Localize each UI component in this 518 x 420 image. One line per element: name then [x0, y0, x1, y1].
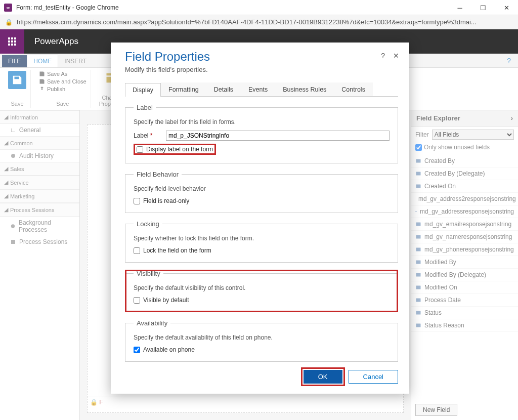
filter-label: Filter [415, 131, 429, 138]
footer-lock-icon: 🔒 F [87, 397, 404, 407]
tab-events[interactable]: Events [241, 82, 275, 96]
maximize-icon[interactable]: ☐ [471, 0, 495, 15]
tab-insert[interactable]: INSERT [58, 55, 93, 67]
svg-rect-4 [416, 172, 421, 176]
nav-item-audit-history[interactable]: Audit History [0, 150, 79, 162]
field-item[interactable]: md_gv_addressresponsejsonstring [411, 205, 518, 218]
field-properties-dialog: ? ✕ Field Properties Modify this field's… [111, 43, 409, 394]
svg-rect-10 [416, 248, 421, 251]
field-item[interactable]: md_gv_phoneresponsejsonstring [411, 243, 518, 256]
nav-item-process-sessions[interactable]: Process Sessions [0, 236, 79, 248]
nav-section-process[interactable]: ◢ Process Sessions [0, 203, 79, 217]
tab-details[interactable]: Details [206, 82, 241, 96]
nav-section-common[interactable]: ◢ Common [0, 136, 79, 150]
svg-rect-11 [416, 261, 421, 264]
save-close-button[interactable]: Save and Close [39, 78, 87, 85]
field-item[interactable]: Created By [411, 155, 518, 167]
close-icon[interactable]: ✕ [495, 0, 518, 15]
svg-rect-5 [416, 185, 421, 188]
availability-fieldset: Availability Specify the default availab… [125, 319, 398, 362]
field-item[interactable]: Modified By [411, 256, 518, 269]
dialog-title: Field Properties [125, 50, 398, 64]
svg-rect-13 [416, 286, 421, 289]
app-launcher-icon[interactable] [0, 29, 24, 54]
nav-item-general[interactable]: ∟ General [0, 124, 79, 136]
field-item[interactable]: Status Reason [411, 319, 518, 332]
lock-checkbox[interactable] [134, 247, 140, 254]
url-text[interactable]: https://melissa.crm.dynamics.com/main.as… [17, 18, 477, 26]
display-label-text: Display label on the form [146, 146, 213, 153]
nav-section-information[interactable]: ◢ Information [0, 110, 79, 124]
save-icon[interactable] [8, 71, 26, 89]
field-item[interactable]: Created On [411, 180, 518, 193]
nav-item-background-processes[interactable]: Background Processes [0, 217, 79, 236]
tab-display[interactable]: Display [125, 83, 161, 97]
svg-rect-16 [416, 324, 421, 327]
label-desc: Specify the label for this field in form… [134, 118, 390, 125]
field-item[interactable]: md_gv_address2responsejsonstring [411, 193, 518, 205]
display-label-checkbox[interactable] [137, 146, 143, 153]
svg-point-0 [11, 154, 15, 158]
tab-formatting[interactable]: Formatting [161, 82, 206, 96]
locking-desc: Specify whether to lock this field on th… [134, 235, 390, 242]
label-legend: Label [134, 104, 156, 111]
svg-rect-15 [416, 311, 421, 315]
field-item[interactable]: Modified On [411, 281, 518, 294]
lock-icon: 🔒 [5, 19, 13, 26]
left-nav: ◢ Information ∟ General ◢ Common Audit H… [0, 110, 80, 420]
svg-rect-9 [416, 235, 421, 239]
field-explorer-title: Field Explorer [416, 114, 460, 122]
field-item[interactable]: Status [411, 307, 518, 319]
phone-checkbox[interactable] [134, 347, 140, 353]
svg-rect-12 [416, 273, 421, 277]
phone-text: Available on phone [143, 346, 195, 353]
dialog-help-icon[interactable]: ? [381, 52, 385, 60]
dialog-close-icon[interactable]: ✕ [393, 52, 399, 60]
behavior-fieldset: Field Behavior Specify field-level behav… [125, 171, 398, 213]
dialog-tabs: Display Formatting Details Events Busine… [125, 82, 398, 97]
only-unused-label: Only show unused fields [424, 144, 490, 151]
only-unused-checkbox[interactable] [415, 144, 422, 151]
minimize-icon[interactable]: ─ [448, 0, 471, 15]
field-explorer: Field Explorer › Filter All Fields Only … [411, 110, 518, 420]
locking-fieldset: Locking Specify whether to lock this fie… [125, 220, 398, 263]
field-list: Created ByCreated By (Delegate)Created O… [411, 155, 518, 400]
behavior-legend: Field Behavior [134, 171, 182, 178]
filter-select[interactable]: All Fields [432, 130, 514, 140]
label-input[interactable] [166, 131, 390, 141]
save-label: Save [11, 101, 23, 107]
field-item[interactable]: Created By (Delegate) [411, 167, 518, 180]
visible-checkbox[interactable] [134, 297, 140, 304]
tab-home[interactable]: HOME [27, 55, 58, 67]
cancel-button[interactable]: Cancel [349, 370, 398, 384]
publish-button[interactable]: Publish [39, 86, 87, 92]
ok-button[interactable]: OK [304, 370, 342, 384]
tab-business-rules[interactable]: Business Rules [275, 82, 334, 96]
svg-rect-8 [416, 223, 421, 226]
readonly-checkbox[interactable] [134, 198, 140, 204]
address-bar: 🔒 https://melissa.crm.dynamics.com/main.… [0, 15, 518, 29]
field-item[interactable]: Modified By (Delegate) [411, 269, 518, 281]
field-item[interactable]: md_gv_nameresponsejsonstring [411, 231, 518, 243]
new-field-button[interactable]: New Field [415, 404, 457, 416]
help-icon[interactable]: ? [507, 57, 511, 65]
field-item[interactable]: md_gv_emailresponsejsonstring [411, 218, 518, 231]
field-item[interactable]: Process Date [411, 294, 518, 307]
svg-rect-2 [11, 240, 15, 244]
behavior-desc: Specify field-level behavior [134, 185, 390, 192]
tab-controls[interactable]: Controls [334, 82, 373, 96]
svg-rect-14 [416, 299, 421, 302]
svg-rect-3 [416, 159, 421, 163]
label-label: Label [134, 132, 148, 139]
lock-text: Lock the field on the form [143, 247, 211, 254]
expand-icon[interactable]: › [511, 114, 513, 122]
nav-section-service[interactable]: ◢ Service [0, 176, 79, 189]
group-save-label: Save [56, 101, 69, 107]
nav-section-marketing[interactable]: ◢ Marketing [0, 189, 79, 203]
visibility-legend: Visibility [134, 270, 163, 277]
label-fieldset: Label Specify the label for this field i… [125, 104, 398, 163]
locking-legend: Locking [134, 220, 162, 228]
tab-file[interactable]: FILE [2, 55, 27, 67]
save-as-button[interactable]: Save As [39, 71, 87, 77]
nav-section-sales[interactable]: ◢ Sales [0, 162, 79, 176]
